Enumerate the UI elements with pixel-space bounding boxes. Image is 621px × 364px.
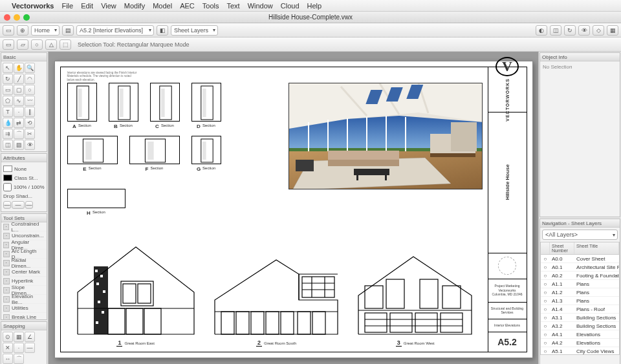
close-icon[interactable] bbox=[4, 14, 10, 21]
detail-viewport[interactable] bbox=[191, 136, 221, 164]
active-sheet-select[interactable]: A5.2 [Interior Elevations] bbox=[76, 25, 154, 36]
snap-smart-edge-button[interactable]: — bbox=[25, 343, 35, 353]
locus-tool[interactable]: · bbox=[14, 107, 24, 117]
mode-3-button[interactable]: ○ bbox=[31, 39, 43, 50]
maximize-icon[interactable] bbox=[23, 14, 30, 21]
snap-tangent-button[interactable]: ⌒ bbox=[14, 354, 24, 364]
line-style-button[interactable]: — bbox=[12, 201, 25, 209]
opacity-check[interactable] bbox=[3, 183, 12, 191]
detail-viewport[interactable] bbox=[67, 83, 97, 122]
attributes-palette-head[interactable]: Attributes bbox=[1, 154, 47, 162]
mode-4-button[interactable]: △ bbox=[45, 39, 57, 50]
navigation-head[interactable]: Navigation - Sheet Layers bbox=[540, 219, 620, 228]
layer-select[interactable]: Sheet Layers bbox=[171, 25, 218, 36]
menu-edit[interactable]: Edit bbox=[81, 2, 93, 10]
menu-text[interactable]: Text bbox=[226, 2, 239, 10]
menu-window[interactable]: Window bbox=[248, 2, 273, 10]
flyover-tool[interactable]: ↻ bbox=[3, 74, 13, 84]
menu-cloud[interactable]: Cloud bbox=[281, 2, 300, 10]
menu-tools[interactable]: Tools bbox=[202, 2, 219, 10]
sheet-row[interactable]: ○A3.2Building Sections bbox=[541, 322, 619, 330]
visibility-icon[interactable]: ○ bbox=[541, 348, 550, 354]
visibility-icon[interactable]: ○ bbox=[541, 323, 550, 329]
class-options-button[interactable]: ◧ bbox=[157, 25, 168, 36]
circle-tool[interactable]: ○ bbox=[25, 85, 35, 95]
polygon-tool[interactable]: ⬠ bbox=[3, 96, 13, 106]
toolset-item[interactable]: ·Radial Dimen... bbox=[1, 259, 47, 268]
saved-view-select[interactable]: Home bbox=[31, 25, 60, 36]
render-viewport[interactable] bbox=[289, 83, 483, 189]
sheet-row[interactable]: ○A4.2Elevations bbox=[541, 339, 619, 347]
toolset-item[interactable]: ·Break Line bbox=[1, 313, 47, 320]
sheet-row[interactable]: ○A0.0Cover Sheet bbox=[541, 255, 619, 263]
mirror-tool[interactable]: ⇄ bbox=[14, 118, 24, 128]
menu-aec[interactable]: AEC bbox=[180, 2, 195, 10]
mode-1-button[interactable]: ▭ bbox=[3, 39, 14, 50]
layer-options-button[interactable]: ▤ bbox=[62, 25, 74, 36]
fit-page-button[interactable]: ▭ bbox=[3, 25, 14, 36]
toolset-item[interactable]: ·Center Mark bbox=[1, 268, 47, 277]
sheet-row[interactable]: ○A0.2Footing & Foundation Pl... bbox=[541, 272, 619, 280]
fillet-tool[interactable]: ⌒ bbox=[14, 129, 24, 139]
visibility-icon[interactable]: ○ bbox=[541, 332, 550, 337]
menu-modify[interactable]: Modify bbox=[124, 2, 145, 10]
attribute-mapping-tool[interactable]: ▨ bbox=[14, 140, 24, 150]
visibility-icon[interactable]: ○ bbox=[541, 315, 550, 321]
rounded-rect-tool[interactable]: ▢ bbox=[14, 85, 24, 95]
basic-palette-head[interactable]: Basic bbox=[1, 53, 47, 61]
drop-shadow-label[interactable]: Drop Shad... bbox=[3, 193, 32, 199]
visibility-icon[interactable]: ○ bbox=[541, 340, 550, 346]
pen-swatch[interactable] bbox=[3, 175, 12, 181]
snap-smart-point-button[interactable]: · bbox=[14, 343, 24, 353]
visibility-icon[interactable]: ○ bbox=[541, 264, 550, 270]
sheet-row[interactable]: ○A1.1Plans bbox=[541, 280, 619, 288]
minimize-icon[interactable] bbox=[14, 14, 20, 21]
visibility-icon[interactable]: ○ bbox=[541, 281, 550, 287]
visibility-icon[interactable]: ○ bbox=[541, 256, 550, 262]
toolset-item[interactable]: ·Elevation Be... bbox=[1, 295, 47, 304]
zoom-button[interactable]: ⊕ bbox=[17, 25, 28, 36]
view-cube-button[interactable]: ◇ bbox=[593, 25, 604, 36]
line-tool[interactable]: ╱ bbox=[14, 74, 24, 84]
mode-5-button[interactable]: ⬚ bbox=[60, 39, 71, 50]
detail-viewport[interactable] bbox=[191, 83, 221, 122]
projection-button[interactable]: ◫ bbox=[550, 25, 561, 36]
pan-tool[interactable]: ✋ bbox=[14, 63, 24, 73]
trim-tool[interactable]: ✂ bbox=[25, 129, 35, 139]
polyline-tool[interactable]: ∿ bbox=[14, 96, 24, 106]
eyedropper-tool[interactable]: 💧 bbox=[3, 118, 13, 128]
rotate-tool[interactable]: ⟲ bbox=[25, 118, 35, 128]
unified-view-button[interactable]: ▦ bbox=[607, 25, 618, 36]
sheet-row[interactable]: ○A0.1Architectural Site Plan bbox=[541, 263, 619, 272]
menu-help[interactable]: Help bbox=[307, 2, 322, 10]
visibility-tool[interactable]: 👁 bbox=[25, 140, 35, 150]
zoom-tool[interactable]: 🔍 bbox=[25, 63, 35, 73]
double-line-tool[interactable]: ‖ bbox=[25, 107, 35, 117]
flyover-button[interactable]: ↻ bbox=[564, 25, 576, 36]
detail-h-viewport[interactable] bbox=[67, 189, 125, 208]
toolset-item[interactable]: ·Utilities bbox=[1, 304, 47, 313]
rectangle-tool[interactable]: ▭ bbox=[3, 85, 13, 95]
detail-viewport[interactable] bbox=[129, 136, 180, 164]
sheet-row[interactable]: ○A3.1Building Sections bbox=[541, 314, 619, 322]
visibility-icon[interactable]: ○ bbox=[541, 290, 550, 295]
line-start-button[interactable]: — bbox=[3, 201, 11, 209]
snap-intersect-button[interactable]: ✕ bbox=[3, 343, 13, 353]
detail-viewport[interactable] bbox=[150, 83, 180, 122]
elevation-3[interactable]: 3Great Room West bbox=[355, 253, 475, 347]
visibility-icon[interactable]: ○ bbox=[541, 298, 550, 304]
sheet-row[interactable]: ○A1.2Plans bbox=[541, 288, 619, 297]
render-mode-button[interactable]: ◐ bbox=[536, 25, 547, 36]
drawing-canvas[interactable]: Interior elevations are viewed facing th… bbox=[49, 52, 538, 364]
menu-file[interactable]: File bbox=[61, 2, 73, 10]
sheet-row[interactable]: ○A4.1Elevations bbox=[541, 330, 619, 339]
snap-distance-button[interactable]: ↔ bbox=[3, 354, 13, 364]
visibility-icon[interactable]: ○ bbox=[541, 306, 550, 312]
sheet-row[interactable]: ○A5.1City Code Views bbox=[541, 347, 619, 355]
mode-2-button[interactable]: ▱ bbox=[17, 39, 28, 50]
walkthrough-button[interactable]: 👁 bbox=[578, 25, 590, 36]
detail-viewport[interactable] bbox=[109, 83, 138, 122]
detail-viewport[interactable] bbox=[67, 136, 118, 164]
arc-tool[interactable]: ◠ bbox=[25, 74, 35, 84]
menu-model[interactable]: Model bbox=[153, 2, 172, 10]
